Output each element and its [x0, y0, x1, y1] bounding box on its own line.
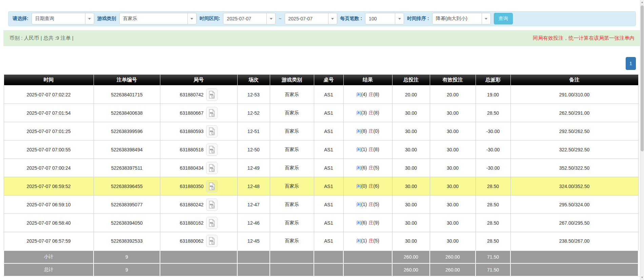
- cell-result: 闲(0)庄(6): [343, 177, 392, 195]
- cell-bet-id: 522638401715: [94, 86, 160, 104]
- cell-remark: 295.50/324.00: [510, 195, 638, 214]
- cell-session: 12-48: [237, 177, 270, 195]
- scroll-down-icon[interactable]: ▼: [640, 275, 644, 280]
- sort-order-select[interactable]: 降幂(由大到小): [432, 13, 491, 24]
- search-button[interactable]: 查询: [494, 13, 513, 24]
- query-type-select[interactable]: 日期查询: [32, 13, 94, 24]
- total-bet-link[interactable]: 30.00: [392, 177, 430, 195]
- total-bet-link[interactable]: 30.00: [392, 214, 430, 232]
- result-player-label: 闲: [356, 92, 361, 97]
- round-id-value: 631880242: [180, 202, 203, 207]
- time-range-label: 时间区间:: [200, 16, 220, 22]
- cell-session: 12-50: [237, 141, 270, 159]
- header-total-bet: 总投注: [392, 75, 430, 86]
- scrollbar-thumb[interactable]: [641, 5, 644, 151]
- video-replay-button[interactable]: [206, 199, 218, 211]
- result-player-label: 闲: [356, 202, 361, 207]
- result-player-label: 闲: [356, 238, 361, 243]
- video-replay-button[interactable]: [206, 162, 218, 174]
- result-player-label: 闲: [356, 147, 361, 152]
- cell-bet-id: 522638392533: [94, 232, 160, 250]
- page-size-select[interactable]: 100: [365, 13, 404, 24]
- cell-table-no: AS1: [314, 195, 343, 214]
- video-replay-button[interactable]: [206, 180, 218, 192]
- subtotal-total-bet: 260.00: [392, 250, 430, 263]
- subtotal-count: 9: [94, 250, 160, 263]
- cell-payout: 19.00: [476, 86, 510, 104]
- grand-total-count: 9: [94, 263, 160, 276]
- total-bet-link[interactable]: 30.00: [392, 195, 430, 214]
- video-replay-button[interactable]: [206, 89, 218, 101]
- result-player-value: (4): [361, 92, 367, 97]
- cell-remark: 291.00/310.00: [510, 86, 638, 104]
- date-to-select[interactable]: 2025-07-07: [285, 13, 337, 24]
- video-replay-button[interactable]: [206, 125, 218, 137]
- cell-result: 闲(6)庄(9): [343, 214, 392, 232]
- table-row: 2025-07-07 06:58:40 522638394050 6318801…: [4, 214, 638, 232]
- table-row: 2025-07-07 07:00:24 522638397511 6318804…: [4, 159, 638, 177]
- cell-round-id: 631880434: [160, 159, 237, 177]
- cell-round-id: 631880242: [160, 195, 237, 214]
- result-banker-value: (5): [374, 165, 379, 170]
- result-player-value: (1): [361, 202, 367, 207]
- cell-remark: 352.50/322.50: [510, 159, 638, 177]
- cell-valid-bet: 30.00: [430, 195, 476, 214]
- cell-valid-bet: 30.00: [430, 104, 476, 122]
- result-player-value: (1): [361, 147, 367, 152]
- video-replay-button[interactable]: [206, 144, 218, 156]
- cell-payout: 28.50: [476, 177, 510, 195]
- cell-game-type: 百家乐: [270, 232, 314, 250]
- cell-game-type: 百家乐: [270, 214, 314, 232]
- video-replay-button[interactable]: [206, 217, 218, 229]
- round-id-value: 631880742: [180, 92, 203, 97]
- video-replay-button[interactable]: [206, 107, 218, 119]
- video-replay-button[interactable]: [206, 235, 218, 247]
- subtotal-payout: 71.50: [476, 250, 510, 263]
- cell-bet-id: 522638397511: [94, 159, 160, 177]
- vertical-scrollbar[interactable]: ▲ ▼: [640, 0, 644, 280]
- result-player-label: 闲: [356, 183, 361, 189]
- result-banker-value: (5): [374, 238, 379, 243]
- cell-time: 2025-07-07 07:01:54: [4, 104, 94, 122]
- subtotal-valid-bet: 260.00: [430, 250, 476, 263]
- total-bet-link[interactable]: 30.00: [392, 232, 430, 250]
- cell-remark: 262.50/291.00: [510, 104, 638, 122]
- cell-remark: 322.50/292.50: [510, 141, 638, 159]
- header-session: 场次: [237, 75, 270, 86]
- cell-bet-id: 522638400638: [94, 104, 160, 122]
- cell-table-no: AS1: [314, 214, 343, 232]
- result-banker-label: 庄: [369, 147, 374, 152]
- cell-game-type: 百家乐: [270, 86, 314, 104]
- cell-payout: -30.00: [476, 141, 510, 159]
- cell-game-type: 百家乐: [270, 104, 314, 122]
- scroll-up-icon[interactable]: ▲: [640, 0, 644, 5]
- cell-time: 2025-07-07 07:00:24: [4, 159, 94, 177]
- round-id-value: 631880518: [180, 147, 203, 152]
- total-bet-link[interactable]: 30.00: [392, 122, 430, 141]
- date-from-select[interactable]: 2025-07-07: [223, 13, 276, 24]
- round-id-value: 631880593: [180, 129, 203, 134]
- total-bet-link[interactable]: 30.00: [392, 159, 430, 177]
- total-bet-link[interactable]: 30.00: [392, 104, 430, 122]
- result-banker-value: (5): [374, 202, 379, 207]
- cell-result: 闲(3)庄(8): [343, 104, 392, 122]
- result-banker-label: 庄: [369, 202, 374, 207]
- result-player-label: 闲: [356, 128, 361, 134]
- query-type-label: 请选择:: [13, 16, 28, 22]
- total-bet-link[interactable]: 20.00: [392, 86, 430, 104]
- cell-round-id: 631880062: [160, 232, 237, 250]
- result-player-value: (6): [361, 165, 367, 170]
- game-category-select[interactable]: 百家乐: [119, 13, 197, 24]
- chevron-down-icon: [482, 13, 490, 24]
- pagination-page-1[interactable]: 1: [626, 57, 636, 70]
- result-banker-label: 庄: [369, 165, 374, 170]
- cell-time: 2025-07-07 07:01:25: [4, 122, 94, 141]
- table-header-row: 时间 注单编号 局号 场次 游戏类别 桌号 结果 总投注 有效投注 总派彩 备注: [4, 75, 638, 86]
- cell-bet-id: 522638398494: [94, 141, 160, 159]
- cell-payout: 28.50: [476, 195, 510, 214]
- total-bet-link[interactable]: 30.00: [392, 141, 430, 159]
- cell-round-id: 631880162: [160, 214, 237, 232]
- chevron-down-icon: [85, 13, 94, 24]
- cell-bet-id: 522638394050: [94, 214, 160, 232]
- cell-session: 12-49: [237, 159, 270, 177]
